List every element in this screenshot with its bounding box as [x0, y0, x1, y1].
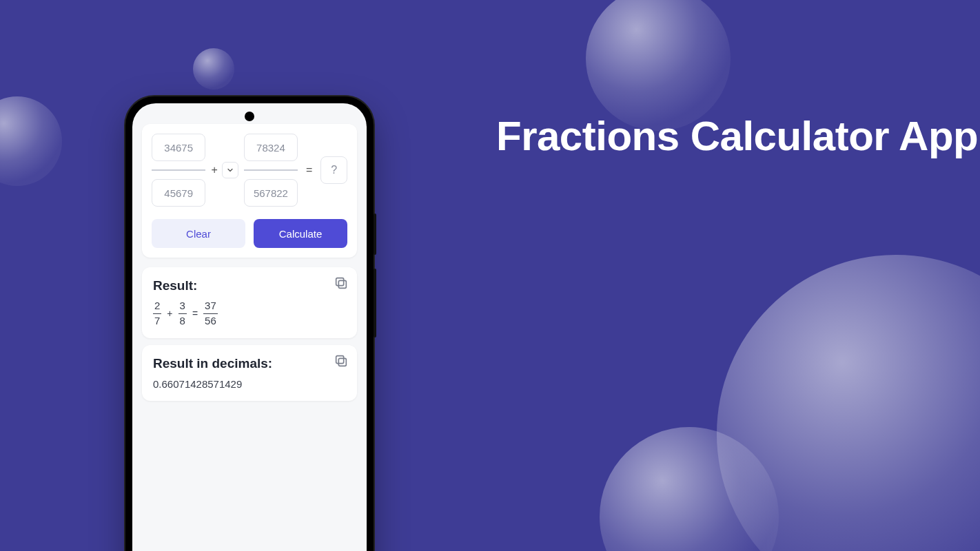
operator-dropdown[interactable] — [222, 162, 238, 178]
fraction-bar — [244, 169, 298, 171]
result-fraction-card: Result: 2 7 + 3 8 = 37 — [142, 267, 357, 338]
copy-icon[interactable] — [334, 276, 349, 291]
result-denominator: 56 — [203, 315, 218, 327]
result-placeholder: ? — [320, 156, 347, 184]
result-title: Result: — [153, 278, 346, 293]
decorative-sphere — [193, 48, 234, 90]
result-expression: 2 7 + 3 8 = 37 56 — [153, 300, 346, 327]
operand-b-denominator: 8 — [178, 315, 187, 327]
decorative-sphere — [717, 255, 980, 551]
operator-selector: + — [211, 162, 238, 178]
phone-screen: 34675 45679 + 78324 — [132, 103, 367, 551]
svg-rect-2 — [338, 358, 346, 366]
fraction-input-row: 34675 45679 + 78324 — [152, 134, 347, 207]
chevron-down-icon — [226, 166, 234, 174]
fraction-2: 78324 567822 — [244, 134, 298, 207]
clear-button[interactable]: Clear — [152, 219, 245, 248]
result-decimal-value: 0.66071428571429 — [153, 378, 346, 390]
operand-a-numerator: 2 — [153, 300, 161, 312]
decorative-sphere — [600, 427, 779, 551]
operator-sign: + — [211, 164, 217, 176]
calculator-input-card: 34675 45679 + 78324 — [142, 124, 357, 258]
phone-camera-hole — [245, 112, 254, 121]
calculate-button[interactable]: Calculate — [254, 219, 347, 248]
denominator-2-input[interactable]: 567822 — [244, 179, 298, 207]
result-operand-b: 3 8 — [178, 300, 187, 327]
numerator-2-input[interactable]: 78324 — [244, 134, 298, 161]
phone-side-button — [374, 269, 376, 337]
result-equals: = — [192, 308, 198, 319]
fraction-bar — [178, 313, 187, 315]
svg-rect-0 — [338, 280, 346, 288]
fraction-bar — [152, 169, 205, 171]
result-operator: + — [167, 308, 172, 319]
decorative-sphere — [0, 96, 62, 186]
page-title: Fractions Calculator App — [496, 110, 978, 162]
copy-icon[interactable] — [334, 353, 349, 368]
operand-a-denominator: 7 — [153, 315, 161, 327]
svg-rect-1 — [336, 278, 344, 286]
fraction-bar — [203, 313, 218, 315]
denominator-1-input[interactable]: 45679 — [152, 179, 205, 207]
phone-mockup: 34675 45679 + 78324 — [125, 96, 374, 551]
result-numerator: 37 — [203, 300, 218, 312]
result-decimal-card: Result in decimals: 0.66071428571429 — [142, 345, 357, 401]
result-operand-a: 2 7 — [153, 300, 161, 327]
result-value: 37 56 — [203, 300, 218, 327]
action-buttons: Clear Calculate — [152, 219, 347, 248]
fraction-bar — [153, 313, 161, 315]
operand-b-numerator: 3 — [178, 300, 187, 312]
fraction-1: 34675 45679 — [152, 134, 205, 207]
result-decimal-title: Result in decimals: — [153, 356, 346, 371]
svg-rect-3 — [336, 355, 344, 363]
promo-stage: Fractions Calculator App 34675 45679 + — [0, 0, 980, 551]
equals-sign: = — [306, 164, 312, 176]
numerator-1-input[interactable]: 34675 — [152, 134, 205, 161]
phone-side-button — [374, 214, 376, 255]
